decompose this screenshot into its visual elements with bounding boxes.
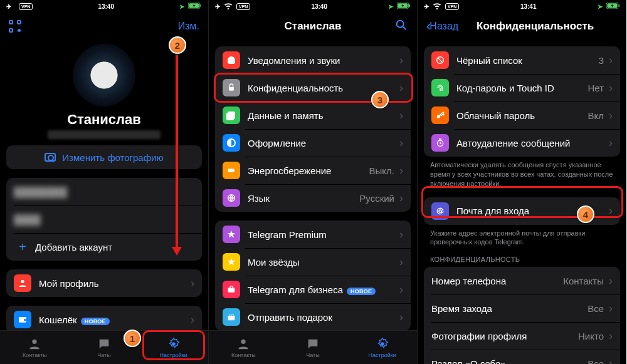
step-marker-2: 2 xyxy=(169,36,186,54)
svg-point-27 xyxy=(437,115,440,118)
my-profile-row[interactable]: Мой профиль › xyxy=(6,269,202,297)
svg-rect-5 xyxy=(24,319,26,321)
search-icon[interactable] xyxy=(394,18,408,34)
account-row-blurred[interactable]: ████████ xyxy=(6,178,202,205)
autodel-row[interactable]: Автоудаление сообщений › xyxy=(424,129,620,157)
business-label: Telegram для бизнесаНОВОЕ xyxy=(248,284,399,295)
location-icon: ➤ xyxy=(388,3,393,10)
stars-row[interactable]: Мои звёзды › xyxy=(215,248,411,276)
power-value: Выкл. xyxy=(369,165,394,176)
privacy-scroll[interactable]: Чёрный список 3 › Код-пароль и Touch ID … xyxy=(418,40,626,364)
business-row[interactable]: Telegram для бизнесаНОВОЕ › xyxy=(215,276,411,303)
svg-rect-2 xyxy=(200,4,201,7)
svg-point-7 xyxy=(172,342,176,346)
about-row[interactable]: Раздел «О себе» Все › xyxy=(424,350,620,364)
appearance-icon xyxy=(223,134,240,152)
page-title: Станислав xyxy=(255,20,371,33)
chevron-right-icon: › xyxy=(609,204,613,217)
wifi-icon xyxy=(224,3,233,11)
tab-contacts[interactable]: Контакты xyxy=(209,331,278,364)
tab-contacts[interactable]: Контакты xyxy=(0,331,70,364)
status-time: 13:40 xyxy=(98,3,114,10)
passcode-label: Код-пароль и Touch ID xyxy=(456,83,587,93)
coins-icon xyxy=(223,253,240,271)
gift-row[interactable]: Отправить подарок › xyxy=(215,303,411,330)
camera-icon xyxy=(45,153,56,162)
chevron-right-icon: › xyxy=(399,228,403,241)
qr-icon[interactable] xyxy=(9,20,21,33)
wifi-icon xyxy=(433,3,441,11)
wallet-row[interactable]: КошелёкНОВОЕ › xyxy=(6,306,202,330)
location-icon: ➤ xyxy=(179,3,184,10)
notifications-label: Уведомления и звуки xyxy=(248,55,399,66)
passcode-row[interactable]: Код-пароль и Touch ID Нет › xyxy=(424,74,620,101)
chevron-right-icon: › xyxy=(191,313,194,326)
tab-label: Контакты xyxy=(231,352,256,358)
power-row[interactable]: Энергосбережение Выкл. › xyxy=(215,157,411,184)
svg-rect-13 xyxy=(229,87,234,91)
star-icon xyxy=(223,226,240,243)
language-row[interactable]: Язык Русский › xyxy=(215,184,411,212)
wallet-icon xyxy=(14,311,31,328)
phone-row[interactable]: Номер телефона Контакты › xyxy=(424,267,620,294)
avatar[interactable] xyxy=(73,44,135,107)
status-bar: ✈ VPN 13:40 ➤ xyxy=(209,0,417,13)
chevron-right-icon: › xyxy=(609,54,613,67)
blacklist-label: Чёрный список xyxy=(456,55,599,66)
key-icon xyxy=(431,107,449,124)
step-marker-1: 1 xyxy=(124,330,141,347)
vpn-icon: VPN xyxy=(445,3,459,10)
svg-rect-24 xyxy=(618,4,619,7)
battery-icon xyxy=(188,3,202,10)
chevron-right-icon: › xyxy=(399,54,403,67)
fingerprint-icon xyxy=(431,79,449,96)
status-time: 13:40 xyxy=(311,3,327,10)
globe-icon xyxy=(223,189,240,207)
photos-row[interactable]: Фотографии профиля Никто › xyxy=(424,322,620,350)
chevron-right-icon: › xyxy=(609,109,613,122)
chevron-right-icon: › xyxy=(609,302,613,315)
change-photo-label: Изменить фотографию xyxy=(62,152,163,163)
change-photo-button[interactable]: Изменить фотографию xyxy=(6,145,202,169)
back-button[interactable]: ‹Назад xyxy=(426,19,477,33)
cloudpass-label: Облачный пароль xyxy=(456,110,588,121)
chevron-right-icon: › xyxy=(399,256,403,269)
tab-settings[interactable]: Настройки xyxy=(347,331,417,364)
autodel-note: Автоматически удалять сообщения спустя у… xyxy=(424,160,620,189)
cloudpass-row[interactable]: Облачный пароль Вкл › xyxy=(424,101,620,129)
battery-icon xyxy=(223,162,240,179)
appearance-row[interactable]: Оформление › xyxy=(215,129,411,157)
arrow-down xyxy=(176,55,178,248)
premium-label: Telegram Premium xyxy=(248,229,399,240)
phone-value: Контакты xyxy=(563,276,604,286)
chevron-right-icon: › xyxy=(399,109,403,122)
blacklist-value: 3 xyxy=(599,55,604,66)
edit-button[interactable]: Изм. xyxy=(178,21,199,32)
gift-label: Отправить подарок xyxy=(248,312,399,323)
premium-row[interactable]: Telegram Premium › xyxy=(215,221,411,248)
gift-icon xyxy=(223,308,240,326)
at-icon xyxy=(431,202,449,220)
blacklist-row[interactable]: Чёрный список 3 › xyxy=(424,46,620,74)
svg-line-26 xyxy=(438,58,443,63)
tab-settings[interactable]: Настройки xyxy=(139,331,208,364)
new-badge: НОВОЕ xyxy=(347,288,376,295)
tab-chats[interactable]: Чаты xyxy=(278,331,348,364)
nav-bar: Станислав xyxy=(209,13,417,40)
account-row-blurred[interactable]: ████ xyxy=(6,205,202,233)
briefcase-icon xyxy=(223,281,240,298)
settings-scroll[interactable]: Уведомления и звуки › Конфиденциальность… xyxy=(209,40,417,330)
about-value: Все xyxy=(587,358,604,364)
notifications-row[interactable]: Уведомления и звуки › xyxy=(215,46,411,74)
wallet-label: КошелёкНОВОЕ xyxy=(39,315,191,325)
chevron-right-icon: › xyxy=(609,81,613,95)
lastseen-value: Все xyxy=(587,303,604,314)
lastseen-row[interactable]: Время захода Все › xyxy=(424,294,620,322)
chevron-right-icon: › xyxy=(191,277,194,290)
lock-icon xyxy=(223,79,240,96)
autodel-label: Автоудаление сообщений xyxy=(456,138,609,148)
power-label: Энергосбережение xyxy=(248,165,369,176)
language-value: Русский xyxy=(359,193,394,204)
chevron-right-icon: › xyxy=(399,137,403,150)
screen-privacy: ✈ VPN 13:41 ➤ ‹Назад Конфиденциальность … xyxy=(418,0,626,364)
